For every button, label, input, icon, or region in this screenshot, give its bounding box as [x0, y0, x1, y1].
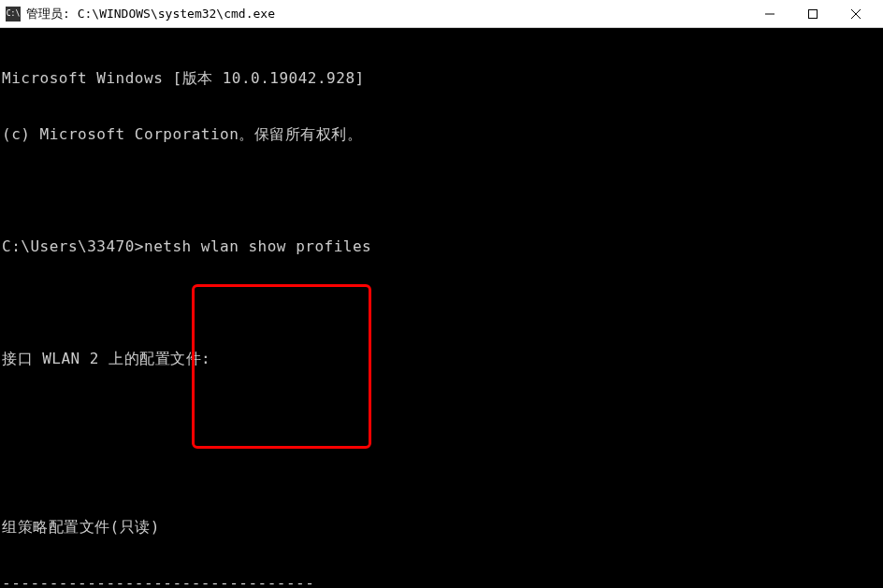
blank-line	[2, 181, 881, 200]
blank-line	[2, 462, 881, 480]
window-titlebar: C:\ 管理员: C:\WINDOWS\system32\cmd.exe	[0, 0, 883, 28]
blank-line	[2, 294, 881, 312]
minimize-button[interactable]	[748, 0, 791, 28]
prompt-line: C:\Users\33470>netsh wlan show profiles	[2, 237, 881, 256]
group-policy-header: 组策略配置文件(只读)	[2, 518, 881, 537]
window-title: 管理员: C:\WINDOWS\system32\cmd.exe	[26, 6, 748, 22]
cmd-icon: C:\	[6, 7, 21, 22]
close-button[interactable]	[834, 0, 877, 28]
blank-line	[2, 406, 881, 424]
maximize-button[interactable]	[791, 0, 834, 28]
prompt-prefix: C:\Users\33470>	[2, 237, 144, 255]
version-line: Microsoft Windows [版本 10.0.19042.928]	[2, 69, 881, 88]
interface-header: 接口 WLAN 2 上的配置文件:	[2, 350, 881, 368]
divider: ---------------------------------	[2, 574, 881, 588]
prompt-command: netsh wlan show profiles	[144, 237, 371, 255]
copyright-line: (c) Microsoft Corporation。保留所有权利。	[2, 125, 881, 144]
window-controls	[748, 0, 877, 28]
terminal-content[interactable]: Microsoft Windows [版本 10.0.19042.928] (c…	[0, 28, 883, 588]
svg-rect-1	[809, 9, 818, 18]
